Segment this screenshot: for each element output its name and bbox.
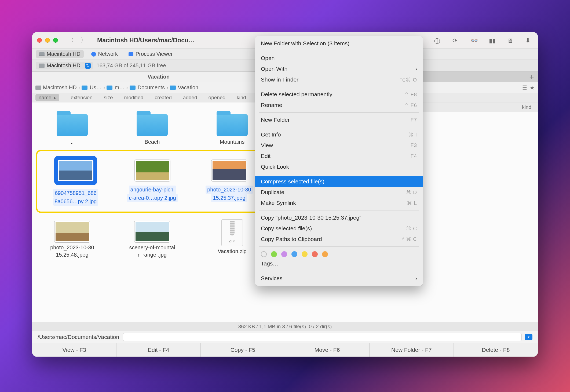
cm-tags[interactable]: Tags… [255,258,423,269]
crumb-users[interactable]: Us… [90,84,101,91]
cm-copy-named[interactable]: Copy "photo_2023-10-30 15.25.37.jpeg" [255,212,423,223]
grid-label-line2: n-range-.jpg [116,251,188,258]
favorite-process-viewer[interactable]: Process Viewer [125,50,176,58]
add-tab-button[interactable]: ＋ [528,72,535,82]
fkey-delete[interactable]: Delete - F8 [454,343,538,357]
grid-item-file-2[interactable]: angourie-bay-picni c-area-0…opy 2.jpg [114,153,191,208]
selected-thumb-wrap [54,156,97,185]
process-viewer-icon [129,52,133,56]
grid-item-file-1[interactable]: 6904758951_686 8a0656…py 2.jpg [37,153,114,208]
cm-services[interactable]: Services› [255,273,423,284]
cm-quick-look[interactable]: Quick Look [255,161,423,172]
cm-new-folder-selection[interactable]: New Folder with Selection (3 items) [255,38,423,49]
folder-icon [217,114,248,136]
col-size[interactable]: size [104,95,113,101]
cm-edit[interactable]: EditF4 [255,151,423,161]
tab-vacation-left[interactable]: Vacation ＋ [32,72,285,82]
cm-separator [259,271,419,271]
bookmark-icon[interactable]: ▮▮ [489,37,496,43]
grid-item-beach[interactable]: Beach [112,109,192,148]
grid-label-line2: c-area-0…opy 2.jpg [127,194,178,202]
favorite-hd-label: Macintosh HD [47,51,81,57]
status-text: 362 KB / 1,1 MB in 3 / 6 file(s). 0 / 2 … [238,324,332,330]
status-bar: 362 KB / 1,1 MB in 3 / 6 file(s). 0 / 2 … [32,322,538,331]
tag-orange[interactable] [322,251,328,257]
tag-green[interactable] [271,251,277,257]
chevron-down-icon[interactable]: ▾ [525,334,532,340]
cm-rename[interactable]: Rename⇧ F6 [255,100,423,110]
cm-open-with[interactable]: Open With› [255,64,423,74]
sort-asc-icon: ▲ [53,96,56,99]
window-title: Macintosh HD/Users/mac/Docu… [97,37,195,44]
drive-icon [39,52,45,56]
cm-make-symlink[interactable]: Make Symlink⌘ L [255,198,423,208]
col-added[interactable]: added [183,95,197,101]
folder-icon [130,86,136,90]
grid-item-file-5[interactable]: scenery-of-mountai n-range-.jpg [112,215,192,261]
folder-icon [137,114,168,136]
image-thumbnail [213,161,246,180]
volume-selector[interactable]: Macintosh HD ⇅ [36,62,93,69]
col-extension[interactable]: extension [71,95,92,101]
info-icon[interactable]: ⓘ [434,37,442,43]
cm-separator [259,246,419,247]
grid-label-line1: scenery-of-mountai [116,244,188,251]
tag-blue[interactable] [291,251,297,257]
crumb-documents[interactable]: Documents [138,84,165,91]
cm-copy-paths[interactable]: Copy Paths to Clipboard＾⌘ C [255,234,423,245]
col-modified[interactable]: modified [124,95,144,101]
favorite-network[interactable]: Network [88,50,121,58]
zoom-icon[interactable] [53,38,58,43]
cm-copy-selected[interactable]: Copy selected file(s)⌘ C [255,223,423,234]
cm-compress[interactable]: Compress selected file(s) [255,176,423,187]
fkey-edit[interactable]: Edit - F4 [116,343,201,357]
cm-show-in-finder[interactable]: Show in Finder⌥⌘ O [255,74,423,85]
cm-get-info[interactable]: Get Info⌘ I [255,129,423,140]
col-kind-right[interactable]: kind [522,104,531,110]
favorite-hd[interactable]: Macintosh HD [36,50,84,58]
grid-item-parent[interactable]: .. [32,109,112,148]
download-icon[interactable]: ⬇ [525,37,533,43]
star-icon[interactable]: ★ [530,84,535,91]
fkey-move[interactable]: Move - F6 [285,343,370,357]
desktop-icon[interactable]: 🖥 [507,37,515,43]
col-name[interactable]: name ▲ [35,94,59,101]
col-kind[interactable]: kind [237,95,246,101]
folder-icon [170,86,176,90]
chevron-right-icon: › [415,66,417,72]
col-opened[interactable]: opened [209,95,225,101]
crumb-mac[interactable]: m… [115,84,125,91]
close-icon[interactable] [37,38,42,43]
grid-item-file-4[interactable]: photo_2023-10-30 15.25.48.jpeg [32,215,112,261]
tag-red[interactable] [312,251,318,257]
cm-separator [259,210,419,210]
fkey-copy[interactable]: Copy - F5 [201,343,285,357]
col-created[interactable]: created [155,95,171,101]
cm-new-folder[interactable]: New FolderF7 [255,114,423,125]
back-button[interactable]: 〈 [68,36,74,45]
grid-label-line1: angourie-bay-picni [129,186,176,194]
list-toggle-icon[interactable]: ☰ [522,84,527,91]
cm-view[interactable]: ViewF3 [255,140,423,151]
forward-button[interactable]: 〉 [81,36,87,45]
crumb-vacation[interactable]: Vacation [178,84,198,91]
cm-open[interactable]: Open [255,53,423,64]
grid-label-line2: 15.25.37.jpeg [211,194,247,202]
cm-duplicate[interactable]: Duplicate⌘ D [255,187,423,198]
minimize-icon[interactable] [45,38,50,43]
crumb-hd[interactable]: Macintosh HD [43,84,77,91]
binoculars-icon[interactable]: 👓 [471,37,478,43]
refresh-icon[interactable]: ⟳ [452,37,460,43]
context-menu: New Folder with Selection (3 items) Open… [255,36,423,286]
globe-icon [91,52,96,57]
tag-yellow[interactable] [302,251,308,257]
fkey-view[interactable]: View - F3 [32,343,116,357]
cm-separator [259,87,419,87]
cm-delete-permanently[interactable]: Delete selected permanently⇧ F8 [255,89,423,100]
cm-separator [259,112,419,113]
tag-purple[interactable] [281,251,287,257]
selection-highlight: 6904758951_686 8a0656…py 2.jpg angourie-… [36,150,272,213]
path-input[interactable] [123,333,522,341]
tag-none[interactable] [261,251,267,257]
fkey-newfolder[interactable]: New Folder - F7 [370,343,454,357]
